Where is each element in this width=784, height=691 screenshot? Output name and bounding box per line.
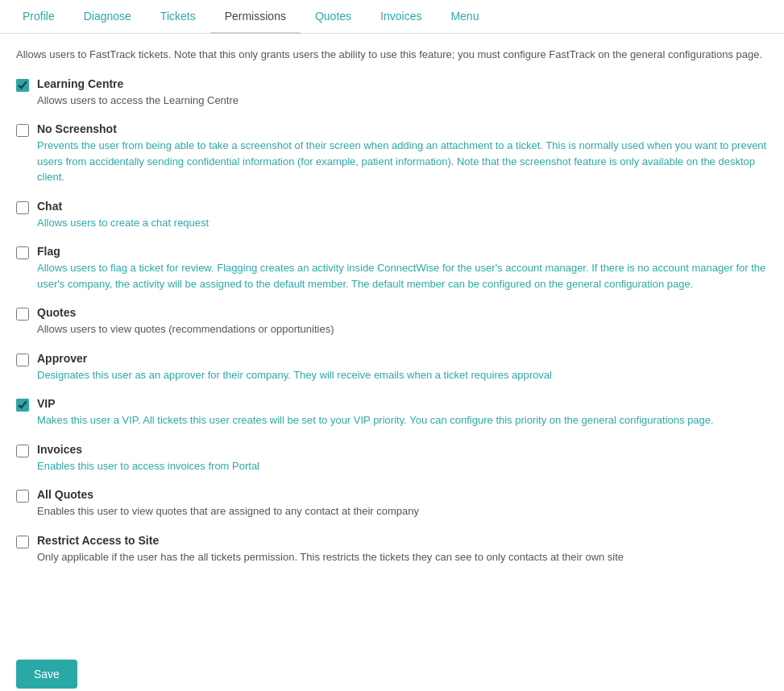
tabs-container: ProfileDiagnoseTicketsPermissionsQuotesI… [0, 0, 784, 34]
permission-text-restrict-access-to-site: Restrict Access to SiteOnly applicable i… [37, 534, 624, 565]
permission-item-learning-centre: Learning CentreAllows users to access th… [16, 77, 768, 109]
tab-permissions[interactable]: Permissions [210, 0, 301, 34]
tab-invoices[interactable]: Invoices [366, 0, 436, 34]
permission-label-no-screenshot: No Screenshot [37, 122, 768, 135]
permission-item-all-quotes: All QuotesEnables this user to view quot… [16, 488, 768, 519]
permission-label-invoices: Invoices [37, 443, 259, 456]
permission-label-vip: VIP [37, 397, 714, 410]
permission-item-vip: VIPMakes this user a VIP. All tickets th… [16, 397, 768, 428]
checkbox-wrap-chat [16, 201, 29, 217]
checkbox-wrap-flag [16, 246, 29, 262]
tab-menu[interactable]: Menu [436, 0, 493, 34]
checkbox-vip[interactable] [16, 399, 29, 412]
checkbox-wrap-invoices [16, 445, 29, 460]
intro-text: Allows users to FastTrack tickets. Note … [16, 47, 768, 63]
tab-profile[interactable]: Profile [8, 0, 69, 34]
permission-text-approver: ApproverDesignates this user as an appro… [37, 352, 552, 383]
checkbox-wrap-approver [16, 354, 29, 369]
permission-text-learning-centre: Learning CentreAllows users to access th… [37, 77, 239, 109]
permission-desc-no-screenshot: Prevents the user from being able to tak… [37, 138, 768, 185]
permission-desc-invoices: Enables this user to access invoices fro… [37, 458, 259, 474]
checkbox-quotes[interactable] [16, 308, 29, 321]
permission-label-all-quotes: All Quotes [37, 488, 419, 501]
permission-item-invoices: InvoicesEnables this user to access invo… [16, 443, 768, 474]
permission-label-chat: Chat [37, 200, 209, 213]
permission-desc-restrict-access-to-site: Only applicable if the user has the all … [37, 549, 624, 565]
permission-item-approver: ApproverDesignates this user as an appro… [16, 352, 768, 383]
checkbox-wrap-restrict-access-to-site [16, 536, 29, 551]
permission-text-no-screenshot: No ScreenshotPrevents the user from bein… [37, 122, 768, 185]
checkbox-wrap-no-screenshot [16, 124, 29, 139]
permission-desc-chat: Allows users to create a chat request [37, 215, 209, 231]
permission-item-chat: ChatAllows users to create a chat reques… [16, 200, 768, 231]
permission-text-vip: VIPMakes this user a VIP. All tickets th… [37, 397, 714, 428]
permission-label-approver: Approver [37, 352, 552, 365]
checkbox-flag[interactable] [16, 246, 29, 259]
permission-desc-quotes: Allows users to view quotes (recommendat… [37, 321, 334, 337]
permission-item-restrict-access-to-site: Restrict Access to SiteOnly applicable i… [16, 534, 768, 565]
checkbox-wrap-quotes [16, 308, 29, 323]
permission-text-invoices: InvoicesEnables this user to access invo… [37, 443, 259, 474]
checkbox-restrict-access-to-site[interactable] [16, 536, 29, 548]
checkbox-chat[interactable] [16, 201, 29, 214]
checkbox-all-quotes[interactable] [16, 490, 29, 503]
permission-item-flag: FlagAllows users to flag a ticket for re… [16, 245, 768, 292]
permission-item-quotes: QuotesAllows users to view quotes (recom… [16, 306, 768, 337]
checkbox-wrap-vip [16, 399, 29, 414]
checkbox-no-screenshot[interactable] [16, 124, 29, 137]
permission-label-restrict-access-to-site: Restrict Access to Site [37, 534, 624, 547]
tab-tickets[interactable]: Tickets [146, 0, 210, 34]
permission-desc-all-quotes: Enables this user to view quotes that ar… [37, 503, 419, 519]
checkbox-wrap-learning-centre [16, 79, 29, 94]
permission-text-quotes: QuotesAllows users to view quotes (recom… [37, 306, 334, 337]
tab-quotes[interactable]: Quotes [301, 0, 366, 34]
permission-desc-flag: Allows users to flag a ticket for review… [37, 260, 768, 292]
checkbox-learning-centre[interactable] [16, 79, 29, 92]
permission-label-flag: Flag [37, 245, 768, 258]
permission-text-all-quotes: All QuotesEnables this user to view quot… [37, 488, 419, 519]
permission-desc-approver: Designates this user as an approver for … [37, 367, 552, 383]
permission-label-quotes: Quotes [37, 306, 334, 319]
save-button[interactable]: Save [16, 660, 77, 689]
checkbox-wrap-all-quotes [16, 490, 29, 505]
permission-text-chat: ChatAllows users to create a chat reques… [37, 200, 209, 231]
permission-desc-learning-centre: Allows users to access the Learning Cent… [37, 93, 239, 109]
permission-label-learning-centre: Learning Centre [37, 77, 239, 90]
tab-diagnose[interactable]: Diagnose [69, 0, 146, 34]
permission-desc-vip: Makes this user a VIP. All tickets this … [37, 412, 714, 428]
permission-item-no-screenshot: No ScreenshotPrevents the user from bein… [16, 122, 768, 185]
checkbox-approver[interactable] [16, 354, 29, 366]
permission-text-flag: FlagAllows users to flag a ticket for re… [37, 245, 768, 292]
checkbox-invoices[interactable] [16, 445, 29, 457]
